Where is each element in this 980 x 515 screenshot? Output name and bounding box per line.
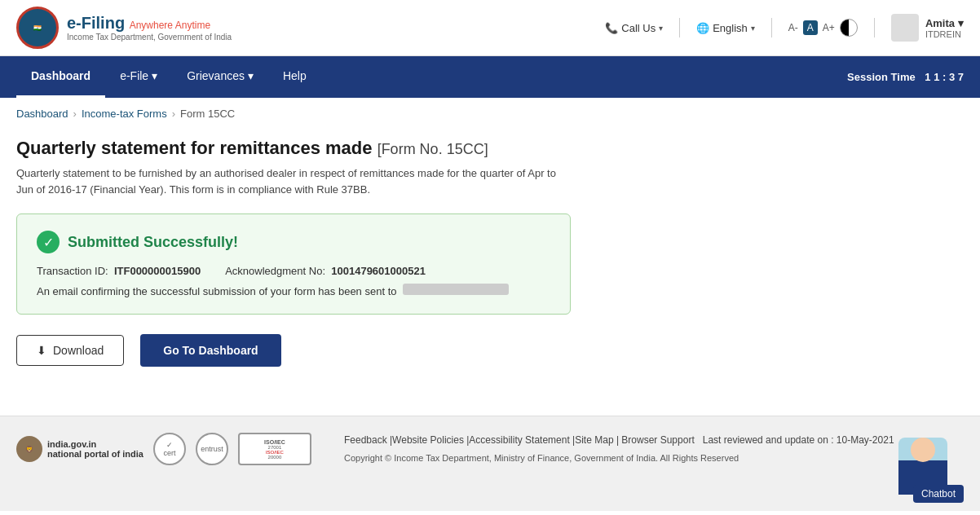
success-email: An email confirming the successful submi…	[37, 284, 550, 297]
font-small-button[interactable]: A-	[788, 22, 798, 33]
divider	[679, 18, 680, 37]
grievances-dropdown-icon: ▾	[248, 69, 254, 82]
logo-text-block: e-Filing Anywhere Anytime Income Tax Dep…	[67, 14, 232, 42]
user-name[interactable]: Amita ▾	[925, 17, 964, 29]
language-button[interactable]: 🌐 English ▾	[696, 22, 755, 34]
footer-links-text: Feedback |Website Policies |Accessibilit…	[344, 433, 898, 448]
main-content: Quarterly statement for remittances made…	[0, 130, 980, 416]
font-controls: A- A A+	[788, 19, 858, 37]
go-to-dashboard-button[interactable]: Go To Dashboard	[140, 334, 280, 367]
phone-icon: 📞	[605, 22, 618, 34]
success-details: Transaction ID: ITF000000015900 Acknowle…	[37, 265, 550, 277]
nav-item-grievances[interactable]: Grievances ▾	[172, 56, 268, 98]
breadcrumb-sep1: ›	[73, 108, 77, 120]
session-time: Session Time 1 1 : 3 7	[847, 71, 964, 83]
user-area: Amita ▾ ITDREIN	[891, 14, 964, 42]
call-us-label: Call Us	[621, 22, 656, 34]
download-icon: ⬇	[37, 344, 46, 357]
breadcrumb-income-tax-forms[interactable]: Income-tax Forms	[82, 108, 167, 120]
iso-badge: ISO/IEC 27001 ISO/IEC 20000	[238, 433, 311, 465]
session-value: 1 1 : 3 7	[925, 71, 964, 83]
india-gov-sublabel: national portal of india	[47, 449, 143, 459]
footer-copyright: Copyright © Income Tax Department, Minis…	[344, 451, 898, 466]
india-gov-label: india.gov.in	[47, 439, 143, 449]
transaction-id: ITF000000015900	[114, 265, 201, 277]
action-buttons: ⬇ Download Go To Dashboard	[16, 334, 964, 367]
acknowledgment-no: 1001479601000521	[331, 265, 426, 277]
india-gov-text: india.gov.in national portal of india	[47, 439, 143, 459]
call-us-button[interactable]: 📞 Call Us ▾	[605, 22, 663, 34]
efiling-tagline: Anywhere Anytime	[130, 20, 210, 31]
transaction-label: Transaction ID: ITF000000015900	[37, 265, 201, 277]
nav-item-help[interactable]: Help	[268, 56, 321, 98]
header-controls: 📞 Call Us ▾ 🌐 English ▾ A- A A+ Amita ▾	[605, 14, 964, 42]
emblem-icon: 🇮🇳	[16, 7, 59, 49]
page-title: Quarterly statement for remittances made…	[16, 138, 964, 159]
language-dropdown-icon: ▾	[751, 24, 755, 33]
efiling-title: e-Filing Anywhere Anytime	[67, 14, 232, 33]
success-header: ✓ Submitted Successfully!	[37, 231, 550, 253]
logo-area: 🇮🇳 e-Filing Anywhere Anytime Income Tax …	[16, 7, 232, 49]
chatbot-area: Chatbot	[898, 433, 964, 495]
entrust-badge: entrust	[196, 433, 228, 465]
divider3	[874, 18, 875, 37]
india-emblem-icon: 🦁	[16, 436, 42, 462]
success-icon: ✓	[37, 231, 60, 253]
footer-inner: 🦁 india.gov.in national portal of india …	[16, 433, 964, 495]
email-value-blurred	[403, 284, 509, 295]
divider2	[771, 18, 772, 37]
nav-item-efile[interactable]: e-File ▾	[105, 56, 172, 98]
nav-bar: Dashboard e-File ▾ Grievances ▾ Help Ses…	[0, 56, 980, 98]
breadcrumb-sep2: ›	[172, 108, 175, 120]
font-large-button[interactable]: A+	[823, 22, 835, 33]
user-dropdown-icon: ▾	[958, 17, 964, 29]
breadcrumb-current: Form 15CC	[180, 108, 235, 120]
india-gov-logo: 🦁 india.gov.in national portal of india	[16, 436, 143, 462]
contrast-button[interactable]	[840, 19, 858, 37]
user-id: ITDREIN	[925, 29, 964, 39]
form-tag: [Form No. 15CC]	[377, 141, 488, 157]
font-medium-button[interactable]: A	[803, 20, 818, 35]
cert-badge-1: ✓cert	[153, 433, 186, 465]
call-us-dropdown-icon: ▾	[659, 24, 663, 33]
success-title: Submitted Successfully!	[68, 234, 238, 251]
footer-links-area: Feedback |Website Policies |Accessibilit…	[311, 433, 898, 466]
user-info: Amita ▾ ITDREIN	[925, 17, 964, 39]
footer-logos: 🦁 india.gov.in national portal of india …	[16, 433, 311, 465]
breadcrumb-dashboard[interactable]: Dashboard	[16, 108, 68, 120]
nav-links: Dashboard e-File ▾ Grievances ▾ Help	[16, 56, 321, 98]
globe-icon: 🌐	[696, 22, 709, 34]
success-box: ✓ Submitted Successfully! Transaction ID…	[16, 213, 571, 315]
breadcrumb: Dashboard › Income-tax Forms › Form 15CC	[0, 98, 980, 130]
user-avatar	[891, 14, 919, 42]
language-label: English	[713, 22, 748, 34]
header: 🇮🇳 e-Filing Anywhere Anytime Income Tax …	[0, 0, 980, 56]
download-button[interactable]: ⬇ Download	[16, 335, 124, 366]
acknowledgment-label: Acknowledgment No: 1001479601000521	[225, 265, 426, 277]
footer: 🦁 india.gov.in national portal of india …	[0, 416, 980, 511]
efile-dropdown-icon: ▾	[152, 69, 157, 82]
nav-item-dashboard[interactable]: Dashboard	[16, 56, 105, 98]
session-label: Session Time	[847, 71, 916, 83]
page-description: Quarterly statement to be furnished by a…	[16, 165, 571, 197]
efiling-subtitle: Income Tax Department, Government of Ind…	[67, 33, 232, 42]
chatbot-button[interactable]: Chatbot	[913, 485, 964, 503]
